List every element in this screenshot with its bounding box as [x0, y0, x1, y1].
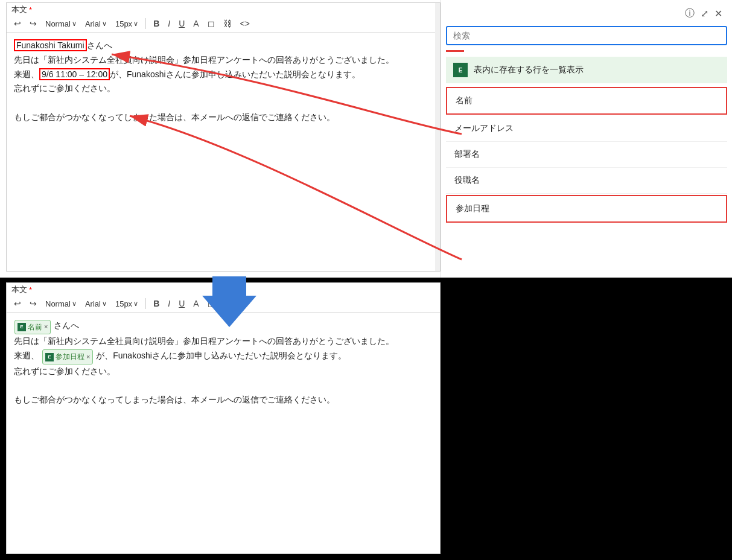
- chip-close-name[interactable]: ×: [44, 321, 48, 332]
- italic-btn-top[interactable]: I: [165, 18, 173, 30]
- underline-btn-bottom[interactable]: U: [176, 298, 187, 310]
- editor-content-top[interactable]: Funakoshi Takumiさんへ 先日は「新社内システム全社員向け説明会」…: [7, 33, 440, 271]
- divider2: [145, 298, 146, 309]
- size-chevron-top: ∨: [133, 20, 138, 28]
- font-label-top: Arial: [85, 19, 101, 28]
- line5-top: もしご都合がつかなくなってしまった場合は、本メールへの返信でご連絡ください。: [14, 110, 433, 125]
- panel-header: ⓘ ⤢ ✕: [446, 5, 727, 22]
- chip-excel-icon-name: E: [18, 323, 26, 331]
- scrollbar-top[interactable]: [435, 3, 440, 271]
- redo-btn-bottom[interactable]: ↪: [27, 298, 39, 310]
- line5-bottom: もしご都合がつかなくなってしまった場合は、本メールへの返信でご連絡ください。: [14, 393, 433, 407]
- field-item-name[interactable]: 名前: [446, 87, 727, 115]
- expand-icon-btn[interactable]: ⤢: [701, 7, 708, 20]
- line3-bottom: 忘れずにご参加ください。: [14, 364, 433, 379]
- chip-label-schedule: 参加日程: [56, 351, 84, 363]
- code-btn-top[interactable]: <>: [238, 18, 252, 30]
- size-chevron-bottom: ∨: [133, 300, 138, 308]
- font-label-bottom: Arial: [85, 299, 101, 308]
- line2-top: 来週、9/6 11:00 – 12:00が、Funakoshiさんに参加申し込み…: [14, 68, 433, 82]
- style-chevron-top: ∨: [72, 20, 77, 28]
- red-accent-line: [446, 50, 464, 52]
- font-dropdown-bottom[interactable]: Arial ∨: [83, 298, 109, 310]
- schedule-tag-chip[interactable]: E 参加日程 ×: [42, 349, 93, 364]
- size-dropdown-top[interactable]: 15px ∨: [113, 18, 141, 30]
- close-icon-btn[interactable]: ✕: [714, 7, 722, 20]
- bottom-right-black: [441, 278, 732, 560]
- style-label-top: Normal: [45, 19, 71, 28]
- field-item-department[interactable]: 部署名: [446, 142, 727, 168]
- field-list: 名前 メールアドレス 部署名 役職名 参加日程: [446, 86, 727, 224]
- bold-btn-top[interactable]: B: [151, 18, 162, 30]
- editor-label-bottom: 本文: [11, 284, 27, 295]
- toolbar-top: ↩ ↪ Normal ∨ Arial ∨ 15px ∨ B I U A ◻ ⛓ …: [7, 15, 440, 33]
- line1-top: 先日は「新社内システム全社員向け説明会」参加日程アンケートへの回答ありがとうござ…: [14, 53, 433, 68]
- size-label-bottom: 15px: [115, 299, 132, 308]
- chip-label-name: 名前: [28, 321, 42, 333]
- required-mark-bottom: *: [29, 285, 32, 294]
- san-suffix: さんへ: [54, 320, 79, 330]
- fontcolor-btn-top[interactable]: A: [191, 18, 201, 30]
- excel-row[interactable]: E 表内に存在する行を一覧表示: [446, 57, 727, 83]
- search-input[interactable]: [446, 26, 727, 45]
- line2-bottom: 来週、 E 参加日程 × が、Funakoshiさんに参加申し込みいただいた説明…: [14, 349, 433, 364]
- font-dropdown-top[interactable]: Arial ∨: [83, 18, 109, 30]
- right-panel: ⓘ ⤢ ✕ E 表内に存在する行を一覧表示 名前 メールアドレス 部署名 役職名…: [441, 0, 732, 278]
- chip-close-schedule[interactable]: ×: [86, 351, 90, 363]
- line1-bottom: 先日は「新社内システム全社員向け説明会」参加日程アンケートへの回答ありがとうござ…: [14, 334, 433, 349]
- link-btn-top[interactable]: ⛓: [221, 18, 234, 30]
- chip-excel-icon-schedule: E: [45, 353, 54, 361]
- undo-btn-bottom[interactable]: ↩: [11, 298, 24, 310]
- field-item-schedule[interactable]: 参加日程: [446, 195, 727, 223]
- size-dropdown-bottom[interactable]: 15px ∨: [113, 298, 141, 310]
- divider1: [145, 18, 146, 29]
- date-highlight: 9/6 11:00 – 12:00: [39, 68, 110, 80]
- editor-label-top: 本文: [11, 4, 27, 15]
- line3-top: 忘れずにご参加ください。: [14, 81, 433, 96]
- excel-row-label: 表内に存在する行を一覧表示: [474, 65, 584, 75]
- info-icon-btn[interactable]: ⓘ: [685, 7, 695, 20]
- highlight-btn-top[interactable]: ◻: [205, 18, 217, 30]
- style-dropdown-bottom[interactable]: Normal ∨: [43, 298, 79, 310]
- blue-arrow-container: [193, 278, 266, 326]
- underline-btn-top[interactable]: U: [176, 18, 187, 30]
- field-item-title[interactable]: 役職名: [446, 168, 727, 194]
- name-tag-chip[interactable]: E 名前 ×: [14, 320, 51, 334]
- bold-btn-bottom[interactable]: B: [151, 298, 162, 310]
- size-label-top: 15px: [115, 19, 132, 28]
- redo-btn-top[interactable]: ↪: [27, 18, 39, 30]
- name-highlight: Funakoshi Takumi: [14, 39, 87, 51]
- style-dropdown-top[interactable]: Normal ∨: [43, 18, 79, 30]
- style-label-bottom: Normal: [45, 299, 71, 308]
- undo-btn-top[interactable]: ↩: [11, 18, 24, 30]
- italic-btn-bottom[interactable]: I: [165, 298, 173, 310]
- style-chevron-bottom: ∨: [72, 300, 77, 308]
- font-chevron-top: ∨: [102, 20, 107, 28]
- excel-icon: E: [453, 63, 468, 77]
- font-chevron-bottom: ∨: [102, 300, 107, 308]
- required-mark-top: *: [29, 5, 32, 14]
- field-item-email[interactable]: メールアドレス: [446, 116, 727, 142]
- editor-content-bottom[interactable]: E 名前 × さんへ 先日は「新社内システム全社員向け説明会」参加日程アンケート…: [7, 313, 440, 553]
